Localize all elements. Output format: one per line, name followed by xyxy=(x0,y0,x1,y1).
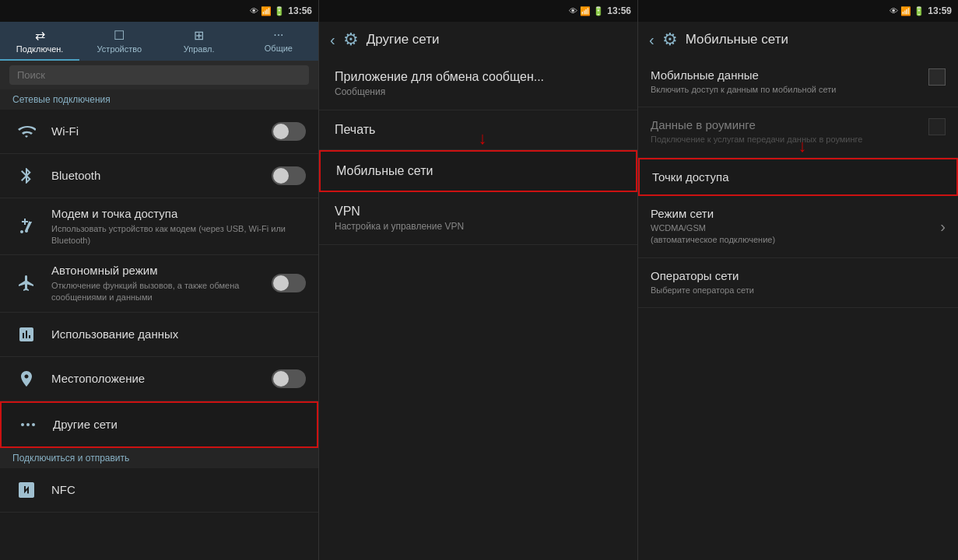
data-roaming-subtitle: Подключение к услугам передачи данных в … xyxy=(651,134,922,145)
search-input[interactable] xyxy=(9,65,309,85)
status-bar-middle: 👁 📶 🔋 13:56 xyxy=(319,0,637,22)
data-usage-title: Использование данных xyxy=(51,327,306,342)
other-networks-title: Другие сети xyxy=(53,417,304,432)
vpn-title: VPN xyxy=(335,205,622,219)
arrow-down-middle: ↓ xyxy=(479,128,487,149)
settings-item-wifi[interactable]: Wi-Fi xyxy=(0,110,318,154)
airplane-icon xyxy=(12,269,40,297)
mobile-data-content: Мобильные данные Включить доступ к данны… xyxy=(651,68,922,96)
wifi-icon xyxy=(12,117,40,145)
status-icons-middle: 👁 📶 🔋 xyxy=(569,6,604,16)
svg-point-0 xyxy=(21,423,24,426)
tab-icon-manage: ⊞ xyxy=(194,28,204,43)
mobile-networks-title: Мобильные сети xyxy=(336,164,620,178)
wifi-content: Wi-Fi xyxy=(51,124,272,139)
location-content: Местоположение xyxy=(51,371,272,387)
modem-content: Модем и точка доступа Использовать устро… xyxy=(51,206,306,247)
operators-content: Операторы сети Выберите оператора сети xyxy=(651,269,946,296)
network-mode-title: Режим сети xyxy=(651,207,940,220)
settings-item-modem[interactable]: Модем и точка доступа Использовать устро… xyxy=(0,198,318,255)
page-title-right: Мобильные сети xyxy=(686,32,788,47)
section-network-header: Сетевые подключения xyxy=(0,89,318,110)
access-points-title: Точки доступа xyxy=(652,170,944,184)
location-toggle-knob xyxy=(273,371,289,387)
mobile-data-subtitle: Включить доступ к данным по мобильной се… xyxy=(651,84,922,96)
operators-subtitle: Выберите оператора сети xyxy=(651,285,946,296)
arrow-middle-to-right: ➤ xyxy=(636,161,637,181)
airplane-toggle-knob xyxy=(273,275,289,291)
menu-item-app-messages[interactable]: Приложение для обмена сообщен... Сообщен… xyxy=(319,58,637,110)
vpn-subtitle: Настройка и управление VPN xyxy=(335,221,622,232)
tab-general[interactable]: ··· Общие xyxy=(239,22,318,61)
modem-title: Модем и точка доступа xyxy=(51,206,306,222)
airplane-subtitle: Отключение функций вызовов, а также обме… xyxy=(51,280,272,304)
mobile-data-checkbox[interactable] xyxy=(928,68,946,86)
right-item-network-mode[interactable]: Режим сети WCDMA/GSM(автоматическое подк… xyxy=(638,196,958,258)
network-mode-content: Режим сети WCDMA/GSM(автоматическое подк… xyxy=(651,207,940,247)
panel-middle: 👁 📶 🔋 13:56 ‹ ⚙ Другие сети Приложение д… xyxy=(319,0,638,560)
location-title: Местоположение xyxy=(51,371,272,387)
status-icons-left: 👁 📶 🔋 xyxy=(250,6,285,16)
arrow-left-to-middle: ➤ xyxy=(317,415,318,435)
tab-icon-device: ☐ xyxy=(114,28,125,43)
menu-list-middle: Приложение для обмена сообщен... Сообщен… xyxy=(319,58,637,560)
arrow-down-right: ↓ xyxy=(798,136,807,156)
bluetooth-title: Bluetooth xyxy=(51,168,272,184)
svg-point-2 xyxy=(32,423,35,426)
settings-item-airplane[interactable]: Автономный режим Отключение функций вызо… xyxy=(0,255,318,312)
data-roaming-checkbox[interactable] xyxy=(928,118,946,135)
page-title-middle: Другие сети xyxy=(367,32,440,47)
settings-item-data-usage[interactable]: Использование данных xyxy=(0,313,318,357)
data-usage-content: Использование данных xyxy=(51,327,306,342)
time-right: 13:59 xyxy=(928,5,952,16)
top-bar-middle: ‹ ⚙ Другие сети xyxy=(319,22,637,58)
time-left: 13:56 xyxy=(288,5,312,16)
section-connect-header: Подключиться и отправить xyxy=(0,448,318,468)
status-bar-left: 👁 📶 🔋 13:56 xyxy=(0,0,318,22)
top-bar-right: ‹ ⚙ Мобильные сети xyxy=(638,22,958,58)
status-bar-right: 👁 📶 🔋 13:59 xyxy=(638,0,958,22)
app-messages-subtitle: Сообщения xyxy=(335,86,622,97)
right-item-access-points[interactable]: Точки доступа ↓ xyxy=(638,158,958,196)
modem-subtitle: Использовать устройство как модем (через… xyxy=(51,223,306,247)
location-toggle[interactable] xyxy=(272,369,306,388)
airplane-title: Автономный режим xyxy=(51,263,272,278)
status-icons-right: 👁 📶 🔋 xyxy=(890,6,925,16)
tab-connections[interactable]: ⇄ Подключен. xyxy=(0,22,79,61)
right-item-mobile-data[interactable]: Мобильные данные Включить доступ к данны… xyxy=(638,58,958,107)
settings-list-left: Wi-Fi Bluetooth xyxy=(0,110,318,560)
wifi-toggle[interactable] xyxy=(272,122,306,141)
app-messages-title: Приложение для обмена сообщен... xyxy=(335,70,622,84)
nfc-content: NFC xyxy=(51,482,306,498)
settings-item-other-networks[interactable]: Другие сети ➤ xyxy=(0,401,318,448)
settings-gear-icon-right: ⚙ xyxy=(662,30,678,50)
back-button-middle[interactable]: ‹ xyxy=(330,31,335,49)
network-mode-chevron: › xyxy=(940,218,946,236)
menu-list-right: Мобильные данные Включить доступ к данны… xyxy=(638,58,958,560)
bluetooth-toggle-knob xyxy=(273,168,289,184)
tab-device[interactable]: ☐ Устройство xyxy=(79,22,159,61)
right-item-operators[interactable]: Операторы сети Выберите оператора сети xyxy=(638,258,958,308)
location-icon xyxy=(12,365,40,393)
other-networks-icon xyxy=(14,411,42,439)
time-middle: 13:56 xyxy=(607,5,631,16)
bluetooth-toggle[interactable] xyxy=(272,166,306,185)
data-roaming-title: Данные в роуминге xyxy=(651,118,922,131)
settings-item-bluetooth[interactable]: Bluetooth xyxy=(0,154,318,198)
settings-item-location[interactable]: Местоположение xyxy=(0,357,318,401)
bluetooth-icon xyxy=(12,162,40,190)
svg-point-1 xyxy=(26,423,30,426)
menu-item-mobile-networks[interactable]: Мобильные сети ↓ ➤ xyxy=(319,150,637,192)
panel-left: 👁 📶 🔋 13:56 ⇄ Подключен. ☐ Устройство ⊞ … xyxy=(0,0,319,560)
mobile-data-title: Мобильные данные xyxy=(651,68,922,82)
menu-item-vpn[interactable]: VPN Настройка и управление VPN xyxy=(319,192,637,245)
settings-gear-icon-middle: ⚙ xyxy=(343,30,359,50)
settings-item-nfc[interactable]: NFC xyxy=(0,468,318,513)
tab-icon-general: ··· xyxy=(273,28,283,42)
wifi-title: Wi-Fi xyxy=(51,124,272,139)
back-button-right[interactable]: ‹ xyxy=(649,31,654,49)
modem-icon xyxy=(12,212,40,240)
data-roaming-content: Данные в роуминге Подключение к услугам … xyxy=(651,118,922,145)
airplane-toggle[interactable] xyxy=(272,274,306,292)
tab-manage[interactable]: ⊞ Управл. xyxy=(160,22,239,61)
